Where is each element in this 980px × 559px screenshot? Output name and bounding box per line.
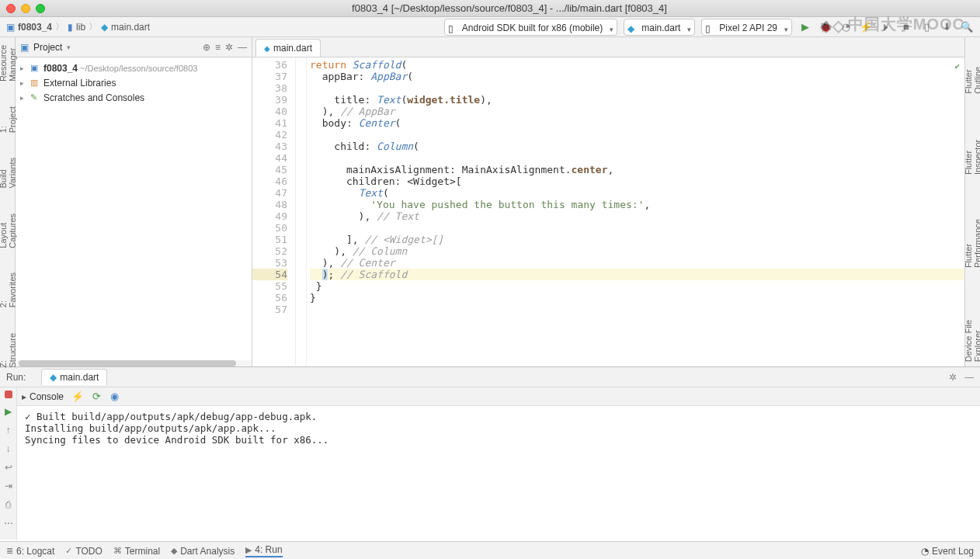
project-panel: ▣ Project ▾ ⊕ ≡ ✲ — ▸▣f0803_4 ~/Desktop/… [16,37,252,366]
window-controls [6,4,45,13]
hot-reload-icon[interactable]: ⚡ [71,391,84,402]
minimize-panel-icon[interactable]: — [964,372,974,383]
profile-button[interactable]: ◔ [839,20,853,34]
run-config-selector[interactable]: ◆ main.dart ▾ [624,19,695,36]
crumb-file[interactable]: main.dart [111,22,150,33]
bottom-tool-strip: ≣6: Logcat✓TODO⌘Terminal◆Dart Analysis▶4… [0,541,980,559]
chevron-down-icon: ▾ [784,23,788,36]
tree-row[interactable]: ▸▥External Libraries [16,75,252,90]
emulator-label: Pixel 2 API 29 [719,23,777,33]
step-down-icon[interactable]: ↓ [6,443,11,454]
rail-layout-captures[interactable]: Layout Captures [0,209,17,253]
tree-row[interactable]: ▸✎Scratches and Consoles [16,90,252,105]
scroll-end-icon[interactable]: ⇥ [5,481,12,491]
run-button[interactable]: ▶ [798,20,812,34]
console-output[interactable]: ✓ Built build/app/outputs/apk/debug/app-… [17,406,980,540]
event-log-button[interactable]: ◔Event Log [921,546,974,557]
project-icon: ▣ [20,42,29,53]
project-icon: ▣ [6,22,15,33]
play-icon: ▸ [22,391,26,402]
tab-icon: ◆ [171,546,177,556]
project-panel-title: Project [33,42,62,53]
rail-project[interactable]: 1: Project [0,102,17,137]
rail-flutter-performance[interactable]: Flutter Performance [964,195,981,273]
dart-file-icon: ◆ [264,44,270,53]
fold-strip[interactable] [296,57,307,366]
attach-button[interactable]: ⏵ [879,20,893,34]
open-devtools-icon[interactable]: ◉ [110,391,119,402]
bottom-tab-todo[interactable]: ✓TODO [65,546,102,557]
project-tree[interactable]: ▸▣f0803_4 ~/Desktop/lesson/source/f0803▸… [16,57,252,360]
tab-icon: ▶ [245,545,252,555]
soft-wrap-icon[interactable]: ↩ [5,462,12,473]
hot-restart-icon[interactable]: ⟳ [92,391,101,402]
close-window[interactable] [6,4,16,13]
left-tool-rail: Resource Manager 1: Project Build Varian… [0,37,16,366]
editor-body[interactable]: 3637383940414243444546474849505152535455… [252,57,964,366]
search-icon[interactable]: 🔍 [960,20,974,34]
collapse-icon[interactable]: — [238,42,247,53]
device-label: Android SDK built for x86 (mobile) [462,23,603,33]
run-config-label: main.dart [641,23,680,33]
bottom-tab-4-run[interactable]: ▶4: Run [245,544,282,557]
tab-label: main.dart [273,43,312,54]
sdk-manager-button[interactable]: ⬇ [940,20,954,34]
run-panel-title: Run: [6,372,26,383]
project-panel-header: ▣ Project ▾ ⊕ ≡ ✲ — [16,37,252,57]
run-tab-main[interactable]: ◆ main.dart [41,369,107,385]
crumb-project[interactable]: f0803_4 [18,22,52,33]
event-log-icon: ◔ [921,546,929,557]
chevron-right-icon: 〉 [55,20,64,33]
horizontal-scrollbar[interactable] [16,360,252,366]
dart-file-icon: ◆ [50,372,57,383]
target-icon[interactable]: ⊕ [203,42,210,53]
stop-process-button[interactable] [5,391,12,398]
editor-tab-main[interactable]: ◆ main.dart [255,39,321,57]
rail-build-variants[interactable]: Build Variants [0,153,17,193]
gear-icon[interactable]: ✲ [225,42,233,53]
bottom-tab-dart-analysis[interactable]: ◆Dart Analysis [171,546,235,557]
emulator-selector[interactable]: ▯ Pixel 2 API 29 ▾ [701,19,792,36]
tree-row[interactable]: ▸▣f0803_4 ~/Desktop/lesson/source/f0803 [16,61,252,75]
chevron-down-icon: ▾ [610,23,613,36]
chevron-right-icon: 〉 [89,20,98,33]
sort-icon[interactable]: ≡ [215,42,221,53]
bottom-tab-terminal[interactable]: ⌘Terminal [113,546,160,557]
editor-tabs: ◆ main.dart [252,37,964,57]
stop-button[interactable]: ■ [899,20,913,34]
run-left-toolbar: ▶ ↑ ↓ ↩ ⇥ ⎙ ⋯ [0,387,17,540]
hot-reload-button[interactable]: ⚡ [859,20,873,34]
bottom-tab-6-logcat[interactable]: ≣6: Logcat [6,546,54,557]
code-content[interactable]: return Scaffold( appBar: AppBar( title: … [307,57,964,366]
rail-device-file-explorer[interactable]: Device File Explorer [964,288,981,366]
rail-flutter-inspector[interactable]: Flutter Inspector [964,114,981,179]
maximize-window[interactable] [36,4,45,13]
rerun-button[interactable]: ▶ [5,406,12,417]
minimize-window[interactable] [21,4,30,13]
more-icon[interactable]: ⋯ [4,518,13,529]
rail-favorites[interactable]: 2: Favorites [0,268,17,312]
navigation-bar: ▣ f0803_4 〉 ▮ lib 〉 ◆ main.dart ▯ Androi… [0,17,980,37]
editor-area: ◆ main.dart 3637383940414243444546474849… [252,37,964,366]
gear-icon[interactable]: ✲ [949,372,957,383]
breadcrumb[interactable]: ▣ f0803_4 〉 ▮ lib 〉 ◆ main.dart [6,20,150,33]
run-tab-label: main.dart [60,372,99,383]
rail-structure[interactable]: Z: Structure [0,328,17,373]
rail-flutter-outline[interactable]: Flutter Outline [964,40,981,99]
inspection-ok-icon: ✔ [954,61,960,72]
console-tab[interactable]: ▸ Console [22,391,64,402]
crumb-folder[interactable]: lib [76,22,85,33]
window-title: f0803_4 [~/Desktop/lesson/source/f0803_4… [45,2,974,14]
print-icon[interactable]: ⎙ [5,499,11,510]
console-toolbar: ▸ Console ⚡ ⟳ ◉ [17,387,980,406]
titlebar: f0803_4 [~/Desktop/lesson/source/f0803_4… [0,0,980,17]
rail-resource-manager[interactable]: Resource Manager [0,40,17,86]
debug-button[interactable]: 🐞 [818,20,832,34]
avd-manager-button[interactable]: ▯ [919,20,933,34]
step-up-icon[interactable]: ↑ [6,425,11,436]
phone-icon: ▯ [705,22,711,36]
chevron-down-icon[interactable]: ▾ [67,43,71,51]
run-panel: Run: ◆ main.dart ✲ — ▶ ↑ ↓ ↩ ⇥ ⎙ ⋯ ▸ Con… [0,366,980,541]
run-body: ▸ Console ⚡ ⟳ ◉ ✓ Built build/app/output… [17,387,980,540]
device-selector[interactable]: ▯ Android SDK built for x86 (mobile) ▾ [444,19,617,36]
